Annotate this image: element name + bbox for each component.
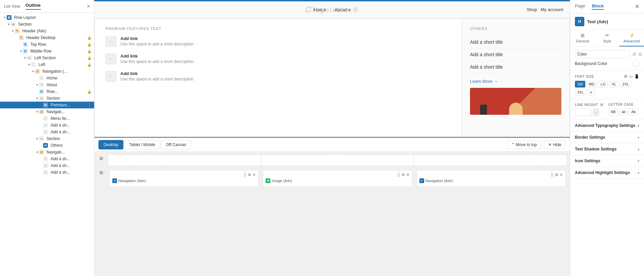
- widget-header-2: ⣿ ⚙ ✕: [266, 172, 409, 177]
- toggle-left-section[interactable]: ▾: [23, 56, 27, 60]
- line-height-input[interactable]: [575, 109, 592, 116]
- widget-close-3[interactable]: ✕: [560, 173, 563, 177]
- tree-item-left[interactable]: ▾□Left🔒: [0, 61, 94, 68]
- tree-item-home[interactable]: ≡Home: [0, 75, 94, 81]
- panel-tab-block[interactable]: Block: [592, 3, 604, 10]
- widget-settings-3[interactable]: ⚙: [555, 173, 558, 177]
- accordion-typography-header[interactable]: Advanced Typography Settings ▾: [570, 120, 644, 131]
- accordion-icon-header[interactable]: Icon Settings ▾: [570, 155, 644, 167]
- right-panel-close[interactable]: ✕: [635, 3, 639, 10]
- tab-desktop[interactable]: Desktop: [98, 140, 123, 149]
- tree-item-others[interactable]: HOthers: [0, 142, 94, 149]
- tree-item-middle-row[interactable]: ▾⊞Middle Row🔒: [0, 48, 94, 55]
- tree-item-navigation-1[interactable]: ▾◎Navigation (...: [0, 68, 94, 75]
- toggle-others[interactable]: [39, 143, 43, 147]
- accordion-text-shadow-header[interactable]: Text Shadow Settings ▾: [570, 143, 644, 155]
- tree-item-header-desktop[interactable]: ✎Header Desktop🔒: [0, 34, 94, 41]
- tree-item-row-1[interactable]: ⊞Row...🔒: [0, 88, 94, 95]
- accordion-highlight-header[interactable]: Advanced Highlight Settings ▾: [570, 167, 644, 178]
- toggle-add-sh-4[interactable]: [39, 164, 43, 168]
- drag-handle-2[interactable]: ⣿: [397, 172, 400, 177]
- style-tab-style[interactable]: ✏ Style: [595, 30, 619, 46]
- toggle-row-layout[interactable]: ▾: [3, 15, 7, 20]
- size-lg[interactable]: LG: [598, 81, 608, 88]
- tree-item-add-sh-2[interactable]: ≡Add a sh...: [0, 129, 94, 135]
- toggle-header-adv[interactable]: ▾: [11, 29, 15, 33]
- toggle-header-desktop[interactable]: [15, 36, 19, 40]
- tree-item-navigati-1[interactable]: ▾◎Navigati...: [0, 108, 94, 115]
- widget-settings-2[interactable]: ⚙: [402, 173, 405, 177]
- tree-item-premium[interactable]: HPremium...⋮: [0, 102, 94, 108]
- toggle-navigati-2[interactable]: ▾: [35, 150, 39, 154]
- toggle-navigati-1[interactable]: ▾: [35, 110, 39, 114]
- tree-label-header-desktop: Header Desktop: [26, 35, 86, 40]
- toggle-section-2[interactable]: ▾: [35, 96, 39, 100]
- size-sm[interactable]: SM: [575, 81, 585, 88]
- lh-label-row: LINE HEIGHT 🖥: [575, 103, 606, 107]
- size-md[interactable]: MD: [587, 81, 597, 88]
- tree-item-section-2[interactable]: ▾▭Section: [0, 95, 94, 102]
- toggle-top-row[interactable]: [19, 42, 23, 46]
- tree-item-add-sh-3[interactable]: ≡Add a sh...: [0, 156, 94, 162]
- widget-close-1[interactable]: ✕: [253, 173, 256, 177]
- tab-off-canvas[interactable]: Off Canvas: [161, 140, 191, 149]
- toggle-left[interactable]: ▾: [27, 63, 31, 67]
- panel-close-button[interactable]: ×: [87, 3, 90, 9]
- bg-color-swatch[interactable]: [633, 60, 639, 67]
- tree-item-top-row[interactable]: ⊞Top Row🔒: [0, 41, 94, 48]
- case-lowercase[interactable]: ab: [619, 108, 628, 115]
- refresh-icon[interactable]: ↺: [632, 51, 636, 57]
- size-xl[interactable]: XL: [609, 81, 618, 88]
- tab-tablet-mobile[interactable]: Tablet / Mobile: [124, 140, 160, 149]
- toggle-add-sh-1[interactable]: [39, 123, 43, 127]
- size-2xl[interactable]: 2XL: [620, 81, 632, 88]
- tablet-icon[interactable]: ▭: [629, 74, 633, 79]
- toggle-row-1[interactable]: [35, 90, 39, 94]
- accordion-border-header[interactable]: Border Settings ▾: [570, 132, 644, 143]
- widget-settings-1[interactable]: ⚙: [248, 173, 251, 177]
- color-input[interactable]: [575, 50, 630, 58]
- toggle-middle-row[interactable]: ▾: [19, 49, 23, 53]
- tree-item-add-sh-5[interactable]: ≡Add a sh...: [0, 169, 94, 176]
- style-tab-general[interactable]: ⊞ General: [570, 30, 595, 46]
- toggle-add-sh-2[interactable]: [39, 130, 43, 134]
- case-capitalize[interactable]: Ab: [629, 108, 638, 115]
- toggle-home[interactable]: [35, 76, 39, 80]
- toggle-section-1[interactable]: ▾: [7, 22, 11, 26]
- tree-item-header-adv[interactable]: ▾✎Header (Adv): [0, 28, 94, 34]
- widget-close-2[interactable]: ✕: [406, 173, 409, 177]
- case-uppercase[interactable]: AB: [609, 108, 618, 115]
- mobile-icon[interactable]: 📱: [634, 74, 640, 79]
- tree-item-menu-item[interactable]: ≡Menu Ite...: [0, 115, 94, 122]
- panel-tab-page[interactable]: Page: [575, 3, 585, 10]
- tree-item-about-1[interactable]: ▾≡About: [0, 81, 94, 88]
- toggle-navigation-1[interactable]: ▾: [31, 69, 35, 73]
- drag-handle-3[interactable]: ⣿: [551, 172, 554, 177]
- tree-item-section-1[interactable]: ▾▭Section: [0, 21, 94, 28]
- tree-item-row-layout[interactable]: ▾⊞Row Layout: [0, 14, 94, 21]
- toggle-about-1[interactable]: ▾: [35, 83, 39, 87]
- canvas-row-settings-2[interactable]: ⚙: [97, 169, 105, 177]
- drag-handle-1[interactable]: ⣿: [243, 172, 246, 177]
- size-custom[interactable]: ≡: [588, 89, 594, 96]
- size-3xl[interactable]: 3XL: [575, 89, 586, 96]
- toggle-add-sh-5[interactable]: [39, 170, 43, 174]
- options-icon-premium[interactable]: ⋮: [87, 103, 91, 107]
- tree-item-add-sh-1[interactable]: ≡Add a sh...: [0, 122, 94, 129]
- toggle-menu-item[interactable]: [39, 116, 43, 120]
- desktop-icon[interactable]: 🖥: [623, 74, 628, 79]
- lh-dash-btn[interactable]: -: [593, 109, 599, 116]
- toggle-add-sh-3[interactable]: [39, 157, 43, 161]
- color-picker-icon[interactable]: ⊙: [638, 51, 642, 57]
- tree-item-left-section[interactable]: ▾▭Left Section🔒: [0, 55, 94, 61]
- hide-button[interactable]: ✕ Hide: [544, 140, 566, 149]
- learn-more-link[interactable]: Learn More →: [470, 79, 498, 84]
- style-tab-advanced[interactable]: ⚡ Advanced: [619, 30, 644, 46]
- move-to-top-button[interactable]: ⌃ Move to top: [507, 140, 541, 149]
- toggle-section-3[interactable]: ▾: [35, 137, 39, 141]
- tree-item-section-3[interactable]: ▾▭Section: [0, 135, 94, 142]
- canvas-row-settings-1[interactable]: ⚙: [97, 154, 105, 163]
- toggle-premium[interactable]: [39, 103, 43, 107]
- tree-item-add-sh-4[interactable]: ≡Add a sh...: [0, 162, 94, 169]
- tree-item-navigati-2[interactable]: ▾◎Navigati...: [0, 149, 94, 156]
